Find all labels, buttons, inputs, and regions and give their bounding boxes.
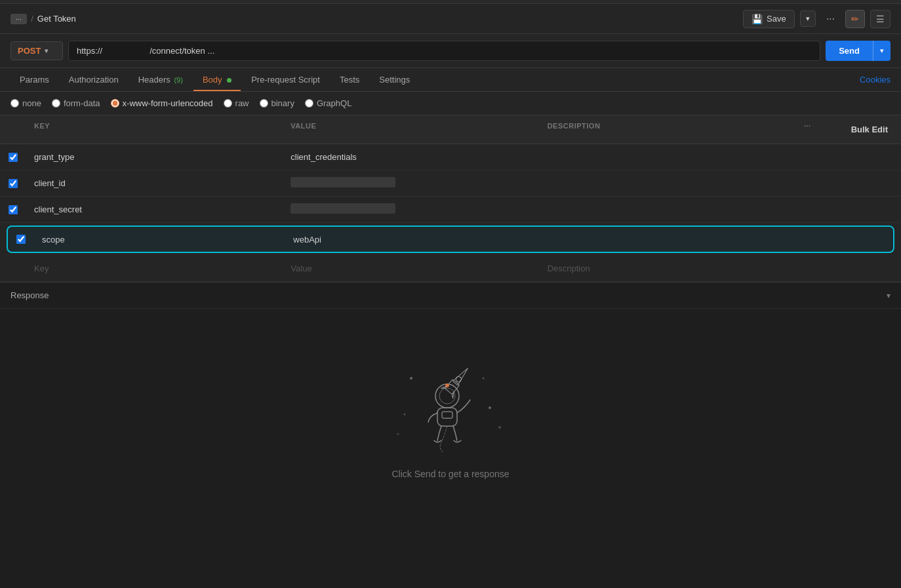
th-key: KEY xyxy=(26,119,283,140)
tab-authorization[interactable]: Authorization xyxy=(60,68,128,91)
body-active-dot xyxy=(227,78,231,83)
doc-button[interactable]: ☰ xyxy=(870,10,891,28)
row2-value[interactable] xyxy=(283,172,539,195)
row4-description[interactable] xyxy=(537,234,788,245)
tab-headers-label: Headers xyxy=(138,75,170,85)
new-row-value[interactable]: Value xyxy=(283,258,539,279)
edit-button[interactable]: ✏ xyxy=(845,10,865,28)
radio-graphql-input[interactable] xyxy=(305,99,313,108)
row3-value[interactable] xyxy=(283,198,539,221)
url-input[interactable] xyxy=(68,41,820,61)
radio-none-label: none xyxy=(22,98,41,108)
tab-settings-label: Settings xyxy=(379,75,410,85)
tab-headers[interactable]: Headers (9) xyxy=(129,68,192,91)
method-dropdown[interactable]: POST ▾ xyxy=(10,41,63,60)
new-row-description[interactable]: Description xyxy=(540,258,796,279)
th-value: VALUE xyxy=(283,119,539,140)
radio-form-data[interactable]: form-data xyxy=(52,98,100,108)
row2-masked-value xyxy=(290,177,395,187)
send-chevron-button[interactable]: ▾ xyxy=(873,41,891,61)
radio-raw[interactable]: raw xyxy=(224,98,249,108)
table-row-highlighted: scope webApi xyxy=(7,225,894,253)
row4-value[interactable]: webApi xyxy=(285,229,536,250)
row2-description[interactable] xyxy=(540,178,796,189)
svg-point-7 xyxy=(410,377,412,380)
response-collapse-button[interactable]: ▾ xyxy=(887,291,891,300)
radio-binary[interactable]: binary xyxy=(260,98,294,108)
more-options-button[interactable]: ··· xyxy=(821,10,840,28)
tab-tests-label: Tests xyxy=(340,75,359,85)
tab-tests[interactable]: Tests xyxy=(330,68,369,91)
table-row: grant_type client_credentials xyxy=(0,144,901,170)
row1-description[interactable] xyxy=(540,152,796,163)
row1-checkbox[interactable] xyxy=(9,153,18,162)
response-body: Click Send to get a response xyxy=(0,309,901,519)
svg-point-8 xyxy=(489,406,491,409)
row3-checkbox-cell xyxy=(0,200,26,220)
astronaut-illustration xyxy=(391,349,510,456)
new-row-key[interactable]: Key xyxy=(26,258,283,279)
row2-extra xyxy=(835,178,901,189)
save-dropdown-button[interactable]: ▾ xyxy=(800,10,816,27)
tab-pre-request-label: Pre-request Script xyxy=(251,75,320,85)
method-chevron-icon: ▾ xyxy=(45,47,48,54)
row2-checkbox-cell xyxy=(0,174,26,193)
row4-checkbox[interactable] xyxy=(16,235,26,244)
row3-masked-value xyxy=(290,203,395,214)
row4-checkbox-cell xyxy=(8,229,34,249)
tabs-bar: Params Authorization Headers (9) Body Pr… xyxy=(0,68,901,92)
response-area: Response ▾ xyxy=(0,283,901,519)
svg-point-2 xyxy=(435,384,459,408)
astronaut-svg xyxy=(391,349,510,454)
svg-point-4 xyxy=(445,383,449,387)
row3-extra xyxy=(835,205,901,215)
bulk-edit-button[interactable]: Bulk Edit xyxy=(846,122,893,137)
row2-checkbox[interactable] xyxy=(9,179,18,188)
radio-none[interactable]: none xyxy=(10,98,41,108)
row3-description[interactable] xyxy=(540,205,796,215)
row3-key[interactable]: client_secret xyxy=(26,199,283,220)
row2-more xyxy=(796,178,835,189)
radio-urlencoded-input[interactable] xyxy=(111,99,119,108)
tab-params[interactable]: Params xyxy=(10,68,58,91)
method-label: POST xyxy=(18,46,41,56)
svg-rect-5 xyxy=(437,408,457,426)
send-button[interactable]: Send xyxy=(826,41,873,61)
cookies-link[interactable]: Cookies xyxy=(860,75,891,85)
radio-graphql[interactable]: GraphQL xyxy=(305,98,351,108)
highlighted-row-wrapper: scope webApi xyxy=(0,223,901,256)
save-icon: 💾 xyxy=(751,14,763,24)
params-table: KEY VALUE DESCRIPTION ··· Bulk Edit gran… xyxy=(0,115,901,283)
save-button[interactable]: 💾 Save xyxy=(743,10,795,28)
top-bar-actions: 💾 Save ▾ ··· ✏ ☰ xyxy=(743,10,891,28)
radio-binary-input[interactable] xyxy=(260,99,268,108)
radio-graphql-label: GraphQL xyxy=(317,98,351,108)
th-description: DESCRIPTION xyxy=(540,119,796,140)
svg-point-12 xyxy=(397,433,399,435)
breadcrumb: ··· / Get Token xyxy=(10,14,76,24)
new-row-more xyxy=(796,264,835,274)
svg-point-11 xyxy=(498,426,501,429)
radio-none-input[interactable] xyxy=(10,99,19,108)
row1-value[interactable]: client_credentials xyxy=(283,147,539,167)
row1-key[interactable]: grant_type xyxy=(26,147,283,167)
tab-settings[interactable]: Settings xyxy=(370,68,419,91)
radio-form-data-input[interactable] xyxy=(52,99,60,108)
row4-more xyxy=(788,234,828,245)
row1-checkbox-cell xyxy=(0,147,26,167)
tab-body[interactable]: Body xyxy=(193,68,241,91)
row3-checkbox[interactable] xyxy=(9,205,18,214)
row4-key[interactable]: scope xyxy=(34,229,285,250)
response-header: Response ▾ xyxy=(0,283,901,309)
send-group: Send ▾ xyxy=(826,41,891,61)
radio-raw-input[interactable] xyxy=(224,99,232,108)
radio-urlencoded[interactable]: x-www-form-urlencoded xyxy=(111,98,213,108)
row4-extra xyxy=(828,234,893,245)
row2-key[interactable]: client_id xyxy=(26,173,283,193)
radio-form-data-label: form-data xyxy=(64,98,100,108)
th-bulk-edit: Bulk Edit xyxy=(835,119,901,140)
th-checkbox xyxy=(0,119,26,140)
tab-pre-request[interactable]: Pre-request Script xyxy=(242,68,329,91)
save-label: Save xyxy=(767,14,786,24)
breadcrumb-slash: / xyxy=(31,14,33,24)
